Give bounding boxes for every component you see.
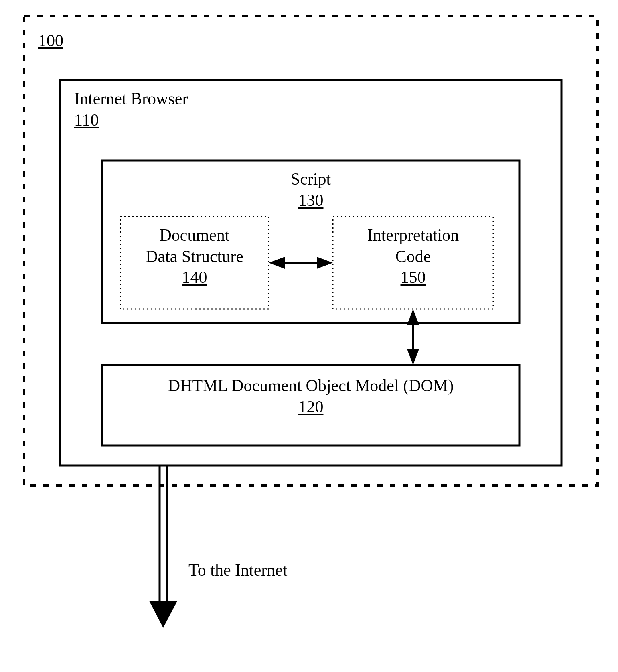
browser-ref: 110 <box>74 111 99 129</box>
internet-label: To the Internet <box>188 560 288 581</box>
diagram-canvas: 100 Internet Browser 110 Script 130 Docu… <box>0 0 618 672</box>
docdata-label: Document Data Structure 140 <box>120 225 269 288</box>
arrow-docdata-interp <box>269 257 333 269</box>
browser-title: Internet Browser <box>74 89 188 108</box>
interp-title2: Code <box>395 247 431 266</box>
internet-label-text: To the Internet <box>188 561 288 579</box>
svg-marker-8 <box>149 601 177 628</box>
interp-ref: 150 <box>401 268 426 286</box>
docdata-title1: Document <box>160 226 230 244</box>
script-title: Script <box>291 170 331 188</box>
browser-label: Internet Browser 110 <box>74 88 235 130</box>
arrow-to-internet <box>149 465 177 628</box>
docdata-title2: Data Structure <box>146 247 243 266</box>
outer-ref-num: 100 <box>38 31 63 50</box>
script-label: Script 130 <box>102 169 519 211</box>
script-ref: 130 <box>298 191 324 209</box>
dom-ref: 120 <box>298 398 324 416</box>
arrow-interp-dom <box>407 309 419 365</box>
dom-title: DHTML Document Object Model (DOM) <box>168 376 454 395</box>
svg-marker-5 <box>407 349 419 365</box>
svg-marker-2 <box>317 257 333 269</box>
docdata-ref: 140 <box>182 268 207 286</box>
svg-marker-1 <box>269 257 285 269</box>
svg-marker-4 <box>407 309 419 325</box>
interp-label: Interpretation Code 150 <box>333 225 493 288</box>
dom-label: DHTML Document Object Model (DOM) 120 <box>102 375 519 417</box>
outer-ref: 100 <box>38 30 63 51</box>
interp-title1: Interpretation <box>367 226 459 244</box>
